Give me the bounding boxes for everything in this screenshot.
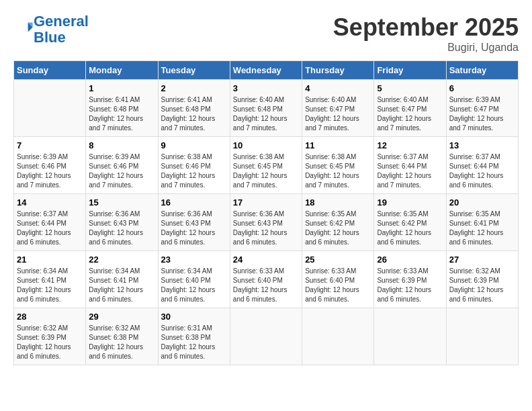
calendar-cell: 19 Sunrise: 6:35 AMSunset: 6:42 PMDaylig…	[374, 194, 446, 251]
day-number: 7	[17, 140, 83, 150]
month-title: September 2025	[333, 13, 519, 42]
header-row: Sunday Monday Tuesday Wednesday Thursday…	[14, 61, 519, 80]
calendar-table: Sunday Monday Tuesday Wednesday Thursday…	[13, 60, 519, 365]
calendar-week-row: 21 Sunrise: 6:34 AMSunset: 6:41 PMDaylig…	[14, 251, 519, 308]
col-monday: Monday	[86, 61, 158, 80]
day-number: 26	[377, 255, 443, 265]
day-number: 5	[377, 83, 443, 93]
day-info: Sunrise: 6:35 AMSunset: 6:42 PMDaylight:…	[305, 210, 359, 246]
day-number: 14	[17, 197, 83, 208]
day-info: Sunrise: 6:39 AMSunset: 6:46 PMDaylight:…	[89, 153, 143, 189]
calendar-cell: 23 Sunrise: 6:34 AMSunset: 6:40 PMDaylig…	[158, 251, 230, 308]
col-friday: Friday	[374, 61, 446, 80]
calendar-cell	[374, 308, 446, 365]
day-number: 30	[161, 312, 227, 322]
calendar-cell: 14 Sunrise: 6:37 AMSunset: 6:44 PMDaylig…	[14, 194, 86, 251]
calendar-cell	[302, 308, 374, 365]
day-info: Sunrise: 6:33 AMSunset: 6:39 PMDaylight:…	[377, 267, 431, 303]
day-number: 3	[233, 83, 299, 93]
day-info: Sunrise: 6:38 AMSunset: 6:45 PMDaylight:…	[305, 153, 359, 189]
calendar-cell: 7 Sunrise: 6:39 AMSunset: 6:46 PMDayligh…	[14, 137, 86, 194]
day-info: Sunrise: 6:39 AMSunset: 6:46 PMDaylight:…	[17, 153, 71, 189]
day-info: Sunrise: 6:41 AMSunset: 6:48 PMDaylight:…	[161, 96, 216, 132]
day-number: 9	[161, 140, 227, 150]
logo: General Blue	[13, 13, 89, 46]
calendar-cell: 30 Sunrise: 6:31 AMSunset: 6:38 PMDaylig…	[158, 308, 230, 365]
calendar-cell: 26 Sunrise: 6:33 AMSunset: 6:39 PMDaylig…	[374, 251, 446, 308]
day-info: Sunrise: 6:36 AMSunset: 6:43 PMDaylight:…	[233, 210, 287, 246]
calendar-cell: 21 Sunrise: 6:34 AMSunset: 6:41 PMDaylig…	[14, 251, 86, 308]
calendar-week-row: 1 Sunrise: 6:41 AMSunset: 6:48 PMDayligh…	[14, 80, 519, 137]
logo-text: General Blue	[34, 13, 89, 46]
day-number: 10	[233, 140, 299, 150]
day-number: 19	[377, 197, 443, 208]
col-wednesday: Wednesday	[230, 61, 302, 80]
calendar-cell: 28 Sunrise: 6:32 AMSunset: 6:39 PMDaylig…	[14, 308, 86, 365]
day-info: Sunrise: 6:34 AMSunset: 6:41 PMDaylight:…	[17, 267, 71, 303]
calendar-cell: 12 Sunrise: 6:37 AMSunset: 6:44 PMDaylig…	[374, 137, 446, 194]
col-tuesday: Tuesday	[158, 61, 230, 80]
day-number: 17	[233, 197, 299, 208]
day-info: Sunrise: 6:40 AMSunset: 6:48 PMDaylight:…	[233, 96, 287, 132]
day-info: Sunrise: 6:35 AMSunset: 6:41 PMDaylight:…	[449, 210, 504, 246]
day-info: Sunrise: 6:33 AMSunset: 6:40 PMDaylight:…	[305, 267, 359, 303]
calendar-cell: 17 Sunrise: 6:36 AMSunset: 6:43 PMDaylig…	[230, 194, 302, 251]
calendar-cell: 1 Sunrise: 6:41 AMSunset: 6:48 PMDayligh…	[86, 80, 158, 137]
day-info: Sunrise: 6:37 AMSunset: 6:44 PMDaylight:…	[17, 210, 71, 246]
day-number: 6	[449, 83, 515, 93]
day-number: 4	[305, 83, 371, 93]
day-info: Sunrise: 6:39 AMSunset: 6:47 PMDaylight:…	[449, 96, 504, 132]
calendar-cell: 27 Sunrise: 6:32 AMSunset: 6:39 PMDaylig…	[446, 251, 518, 308]
col-thursday: Thursday	[302, 61, 374, 80]
calendar-cell: 15 Sunrise: 6:36 AMSunset: 6:43 PMDaylig…	[86, 194, 158, 251]
calendar-cell	[446, 308, 518, 365]
title-block: September 2025 Bugiri, Uganda	[333, 13, 519, 54]
calendar-cell	[14, 80, 86, 137]
day-number: 11	[305, 140, 371, 150]
day-number: 27	[449, 255, 515, 265]
calendar-cell: 16 Sunrise: 6:36 AMSunset: 6:43 PMDaylig…	[158, 194, 230, 251]
calendar-cell: 2 Sunrise: 6:41 AMSunset: 6:48 PMDayligh…	[158, 80, 230, 137]
calendar-cell: 4 Sunrise: 6:40 AMSunset: 6:47 PMDayligh…	[302, 80, 374, 137]
logo-line2: Blue	[34, 29, 66, 46]
calendar-cell: 20 Sunrise: 6:35 AMSunset: 6:41 PMDaylig…	[446, 194, 518, 251]
day-number: 22	[89, 255, 154, 265]
day-number: 12	[377, 140, 443, 150]
calendar-cell: 5 Sunrise: 6:40 AMSunset: 6:47 PMDayligh…	[374, 80, 446, 137]
day-info: Sunrise: 6:34 AMSunset: 6:41 PMDaylight:…	[89, 267, 143, 303]
day-info: Sunrise: 6:38 AMSunset: 6:45 PMDaylight:…	[233, 153, 287, 189]
day-info: Sunrise: 6:35 AMSunset: 6:42 PMDaylight:…	[377, 210, 431, 246]
col-saturday: Saturday	[446, 61, 518, 80]
day-number: 15	[89, 197, 154, 208]
day-info: Sunrise: 6:32 AMSunset: 6:38 PMDaylight:…	[89, 324, 143, 360]
calendar-week-row: 7 Sunrise: 6:39 AMSunset: 6:46 PMDayligh…	[14, 137, 519, 194]
day-number: 23	[161, 255, 227, 265]
logo-line1: General	[34, 13, 89, 30]
day-info: Sunrise: 6:40 AMSunset: 6:47 PMDaylight:…	[377, 96, 431, 132]
day-info: Sunrise: 6:31 AMSunset: 6:38 PMDaylight:…	[161, 324, 216, 360]
day-number: 29	[89, 312, 154, 322]
calendar-cell: 29 Sunrise: 6:32 AMSunset: 6:38 PMDaylig…	[86, 308, 158, 365]
calendar-cell: 3 Sunrise: 6:40 AMSunset: 6:48 PMDayligh…	[230, 80, 302, 137]
day-number: 20	[449, 197, 515, 208]
day-number: 1	[89, 83, 154, 93]
logo-icon	[15, 19, 34, 38]
day-number: 24	[233, 255, 299, 265]
calendar-cell: 10 Sunrise: 6:38 AMSunset: 6:45 PMDaylig…	[230, 137, 302, 194]
day-number: 13	[449, 140, 515, 150]
day-info: Sunrise: 6:36 AMSunset: 6:43 PMDaylight:…	[161, 210, 216, 246]
day-number: 28	[17, 312, 83, 322]
day-number: 21	[17, 255, 83, 265]
day-number: 2	[161, 83, 227, 93]
calendar-week-row: 28 Sunrise: 6:32 AMSunset: 6:39 PMDaylig…	[14, 308, 519, 365]
day-info: Sunrise: 6:33 AMSunset: 6:40 PMDaylight:…	[233, 267, 287, 303]
day-info: Sunrise: 6:37 AMSunset: 6:44 PMDaylight:…	[449, 153, 504, 189]
calendar-cell: 9 Sunrise: 6:38 AMSunset: 6:46 PMDayligh…	[158, 137, 230, 194]
calendar-cell: 22 Sunrise: 6:34 AMSunset: 6:41 PMDaylig…	[86, 251, 158, 308]
calendar-week-row: 14 Sunrise: 6:37 AMSunset: 6:44 PMDaylig…	[14, 194, 519, 251]
day-info: Sunrise: 6:41 AMSunset: 6:48 PMDaylight:…	[89, 96, 143, 132]
day-info: Sunrise: 6:32 AMSunset: 6:39 PMDaylight:…	[17, 324, 71, 360]
day-number: 8	[89, 140, 154, 150]
day-number: 16	[161, 197, 227, 208]
calendar-cell: 6 Sunrise: 6:39 AMSunset: 6:47 PMDayligh…	[446, 80, 518, 137]
